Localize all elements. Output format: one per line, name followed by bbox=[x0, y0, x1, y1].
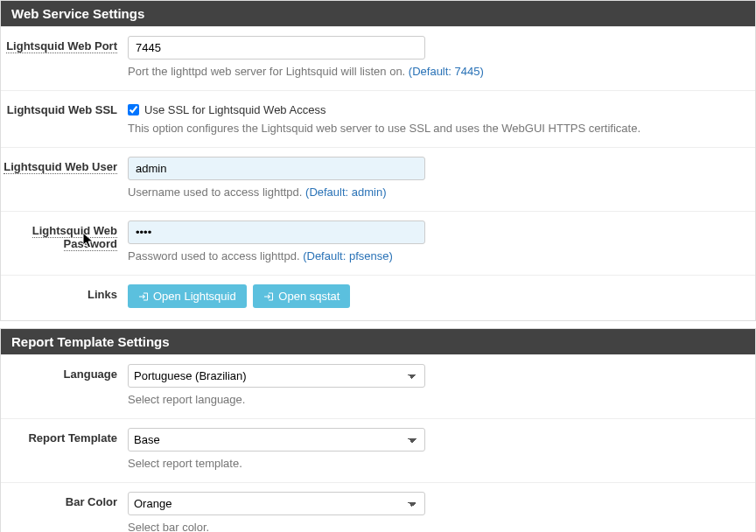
default-link-web-password[interactable]: (Default: pfsense) bbox=[303, 249, 393, 262]
panel-header-report-template: Report Template Settings bbox=[1, 329, 755, 354]
label-web-password: Lightsquid Web Password bbox=[1, 220, 128, 262]
help-barcolor: Select bar color. bbox=[128, 521, 745, 532]
label-web-user: Lightsquid Web User bbox=[1, 157, 128, 199]
row-web-user: Lightsquid Web User Username used to acc… bbox=[1, 147, 755, 211]
default-link-web-port[interactable]: (Default: 7445) bbox=[409, 65, 484, 78]
help-language: Select report language. bbox=[128, 393, 745, 406]
help-web-port: Port the lighttpd web server for Lightsq… bbox=[128, 65, 745, 78]
panel-report-template: Report Template Settings Language Portug… bbox=[0, 328, 756, 532]
label-language: Language bbox=[1, 364, 128, 406]
input-web-password[interactable] bbox=[128, 220, 425, 244]
row-links: Links Open Lightsquid Open sqstat bbox=[1, 275, 755, 320]
label-web-port: Lightsquid Web Port bbox=[1, 36, 128, 78]
row-web-port: Lightsquid Web Port Port the lighttpd we… bbox=[1, 26, 755, 90]
help-template: Select report template. bbox=[128, 457, 745, 470]
input-web-port[interactable] bbox=[128, 36, 425, 60]
button-open-lightsquid[interactable]: Open Lightsquid bbox=[128, 284, 247, 308]
button-open-sqstat[interactable]: Open sqstat bbox=[253, 284, 350, 308]
select-barcolor[interactable]: Orange bbox=[128, 492, 425, 515]
label-web-ssl: Lightsquid Web SSL bbox=[1, 100, 128, 135]
label-links: Links bbox=[1, 284, 128, 308]
row-web-password: Lightsquid Web Password Password used to… bbox=[1, 211, 755, 275]
row-barcolor: Bar Color Orange Select bar color. bbox=[1, 482, 755, 532]
panel-header-web-service: Web Service Settings bbox=[1, 1, 755, 26]
row-language: Language Portuguese (Brazilian) Select r… bbox=[1, 354, 755, 418]
help-web-user: Username used to access lighttpd. (Defau… bbox=[128, 186, 745, 199]
input-web-user[interactable] bbox=[128, 157, 425, 180]
label-template: Report Template bbox=[1, 428, 128, 470]
help-web-password: Password used to access lighttpd. (Defau… bbox=[128, 249, 745, 262]
sign-in-icon bbox=[263, 291, 274, 302]
sign-in-icon bbox=[138, 291, 149, 302]
row-web-ssl: Lightsquid Web SSL Use SSL for Lightsqui… bbox=[1, 90, 755, 147]
row-template: Report Template Base Select report templ… bbox=[1, 418, 755, 482]
select-language[interactable]: Portuguese (Brazilian) bbox=[128, 364, 425, 388]
checkbox-web-ssl[interactable] bbox=[128, 104, 139, 116]
select-template[interactable]: Base bbox=[128, 428, 425, 452]
panel-web-service: Web Service Settings Lightsquid Web Port… bbox=[0, 0, 756, 321]
default-link-web-user[interactable]: (Default: admin) bbox=[305, 186, 386, 199]
help-web-ssl: This option configures the Lightsquid we… bbox=[128, 122, 745, 135]
label-barcolor: Bar Color bbox=[1, 492, 128, 532]
checkbox-label-web-ssl: Use SSL for Lightsquid Web Access bbox=[144, 103, 326, 116]
